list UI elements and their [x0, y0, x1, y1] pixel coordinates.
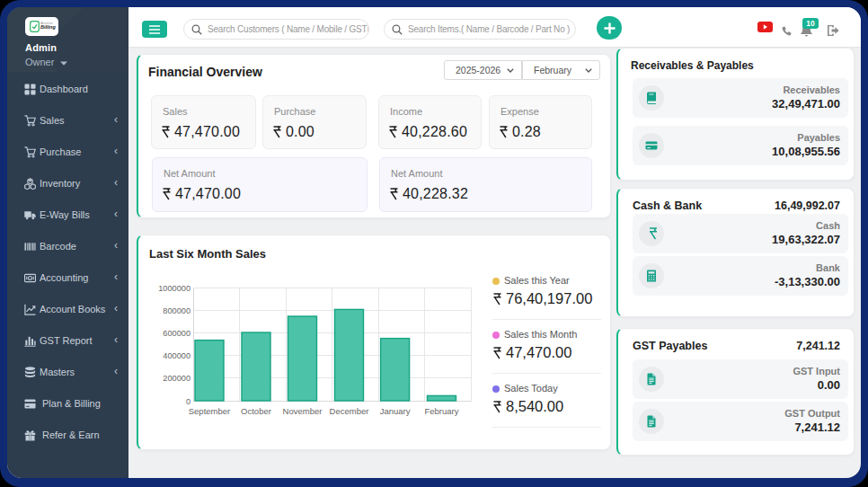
- svg-text:1000000: 1000000: [158, 284, 190, 293]
- svg-text:September: September: [189, 406, 230, 416]
- svg-text:October: October: [241, 406, 271, 416]
- svg-text:600000: 600000: [163, 329, 190, 338]
- svg-text:0: 0: [186, 397, 190, 406]
- svg-text:December: December: [330, 406, 369, 416]
- svg-text:November: November: [283, 406, 323, 416]
- svg-text:200000: 200000: [163, 374, 190, 383]
- svg-text:January: January: [380, 406, 411, 416]
- svg-text:400000: 400000: [163, 351, 190, 360]
- svg-text:800000: 800000: [163, 306, 190, 315]
- svg-text:February: February: [424, 406, 458, 416]
